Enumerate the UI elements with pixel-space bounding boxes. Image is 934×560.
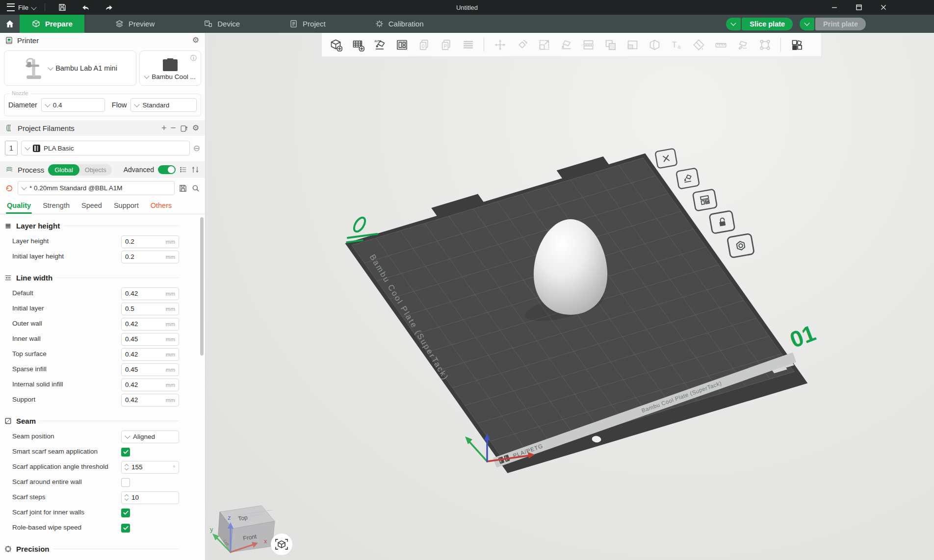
tab-strength[interactable]: Strength	[37, 202, 76, 214]
tab-project[interactable]: Project	[277, 15, 337, 33]
preview-layers-icon	[115, 19, 124, 28]
redo-button[interactable]	[101, 1, 118, 13]
file-menu[interactable]: File	[7, 3, 36, 11]
process-preset-select[interactable]: * 0.20mm Standard @BBL A1M	[18, 181, 175, 195]
undo-button[interactable]	[78, 1, 94, 13]
process-scope-toggle[interactable]: Global Objects	[48, 164, 112, 176]
save-button[interactable]	[54, 1, 71, 13]
setting-input-outer-wall[interactable]: 0.42mm	[121, 318, 179, 331]
assembly-button[interactable]	[787, 35, 806, 54]
setting-label: Layer height	[12, 236, 121, 247]
add-model-button[interactable]	[326, 35, 345, 54]
main-nav: PreparePreviewDeviceProjectCalibration S…	[0, 15, 934, 33]
info-icon[interactable]: ⓘ	[190, 54, 197, 63]
setting-checkbox-scarf-joint-for-inner-walls[interactable]	[121, 509, 130, 517]
compare-presets-icon[interactable]	[191, 166, 199, 174]
orientation-cube[interactable]: Top Front Left y z x	[210, 506, 275, 552]
reset-preset-icon[interactable]	[5, 184, 14, 193]
section-title: Layer height	[16, 222, 60, 230]
plate-settings-button[interactable]	[727, 233, 754, 258]
section-header-seam[interactable]: Seam	[4, 414, 179, 427]
ams-sync-icon[interactable]	[180, 124, 188, 132]
build-plate-scene[interactable]: PLA/PETG Bambu Cool Plate (SuperTack) Ba…	[206, 33, 934, 560]
filament-settings-gear-icon[interactable]: ⚙	[192, 124, 199, 132]
remove-filament-button[interactable]: −	[171, 123, 176, 133]
setting-input-top-surface[interactable]: 0.42mm	[121, 348, 179, 361]
flow-select[interactable]: Standard	[130, 98, 197, 112]
maximize-button[interactable]	[854, 2, 864, 13]
arrange-button[interactable]	[392, 35, 412, 54]
filament-select[interactable]: PLA Basic	[21, 141, 190, 155]
tab-speed[interactable]: Speed	[76, 202, 108, 214]
close-button[interactable]	[878, 2, 889, 13]
scope-global[interactable]: Global	[48, 164, 79, 176]
close-icon	[880, 4, 887, 11]
chevron-down-icon	[21, 184, 26, 190]
print-options-button[interactable]	[800, 18, 814, 30]
setting-checkbox-smart-scarf-seam-application[interactable]	[121, 448, 130, 457]
setting-label: Scarf steps	[12, 492, 121, 503]
setting-checkbox-role-based-wipe-speed[interactable]	[121, 524, 130, 533]
advanced-toggle[interactable]	[158, 165, 176, 174]
option-list-icon[interactable]	[180, 166, 187, 174]
tab-quality[interactable]: Quality	[1, 202, 37, 214]
setting-unit: mm	[166, 382, 175, 388]
tab-others[interactable]: Others	[145, 202, 178, 214]
tab-prepare[interactable]: Prepare	[20, 15, 84, 33]
nozzle-diameter-select[interactable]: 0.4	[41, 98, 105, 112]
filament-remove-circle-icon[interactable]: ⊖	[193, 143, 200, 153]
tab-calibration[interactable]: Calibration	[363, 15, 436, 33]
scrollbar-thumb[interactable]	[200, 217, 204, 356]
setting-spinner-scarf-application-angle-threshold[interactable]: 155°	[121, 461, 179, 474]
settings-list: Layer heightLayer height0.2mmInitial lay…	[0, 214, 205, 560]
setting-input-internal-solid-infill[interactable]: 0.42mm	[121, 379, 179, 391]
tab-device[interactable]: Device	[192, 15, 252, 33]
setting-value: 0.42	[125, 381, 164, 388]
slice-plate-button[interactable]: Slice plate	[742, 18, 793, 30]
setting-input-initial-layer-height[interactable]: 0.2mm	[121, 251, 179, 263]
tab-label: Calibration	[389, 20, 424, 28]
print-plate-button[interactable]: Print plate	[815, 18, 866, 30]
setting-input-sparse-infill[interactable]: 0.45mm	[121, 363, 179, 376]
minimize-button[interactable]	[829, 2, 840, 13]
printer-section-title: Printer	[17, 36, 39, 45]
search-settings-icon[interactable]	[191, 184, 200, 193]
delete-plate-button[interactable]	[655, 149, 677, 169]
setting-input-layer-height[interactable]: 0.2mm	[121, 235, 179, 248]
section-header-precision[interactable]: Precision	[4, 542, 179, 555]
copy-icon: 0	[417, 38, 431, 51]
auto-orient-plate-button[interactable]	[676, 168, 700, 189]
home-button[interactable]	[0, 15, 20, 33]
setting-unit: mm	[166, 367, 175, 373]
plate-type-card[interactable]: ⓘ Bambu Cool ...	[139, 51, 201, 86]
slice-options-button[interactable]	[726, 18, 741, 30]
setting-select-seam-position[interactable]: Aligned	[121, 431, 179, 443]
lock-plate-button[interactable]	[709, 210, 735, 233]
printer-select-card[interactable]: Bambu Lab A1 mini	[4, 51, 136, 86]
setting-input-inner-wall[interactable]: 0.45mm	[121, 333, 179, 346]
maximize-icon	[856, 4, 862, 11]
chevron-down-icon	[31, 4, 36, 10]
scope-objects[interactable]: Objects	[79, 166, 112, 174]
spinner-arrows-icon[interactable]	[125, 464, 128, 470]
mesh-boolean-icon	[648, 38, 661, 51]
auto-orient-button[interactable]: AUTO	[370, 35, 389, 54]
spinner-arrows-icon[interactable]	[125, 495, 128, 500]
arrange-plate-button[interactable]	[693, 189, 717, 211]
auto-orient-icon: AUTO	[373, 38, 387, 51]
setting-input-support[interactable]: 0.42mm	[121, 394, 179, 407]
settings-scrollbar[interactable]	[199, 214, 205, 560]
add-filament-button[interactable]: +	[161, 123, 167, 133]
setting-input-initial-layer[interactable]: 0.5mm	[121, 303, 179, 315]
printer-settings-gear-icon[interactable]: ⚙	[192, 36, 199, 44]
save-preset-icon[interactable]	[179, 184, 187, 193]
section-header-layer-height[interactable]: Layer height	[4, 219, 179, 232]
section-header-line-width[interactable]: Line width	[4, 271, 179, 284]
setting-checkbox-scarf-around-entire-wall[interactable]	[121, 478, 130, 487]
setting-input-default[interactable]: 0.42mm	[121, 287, 179, 300]
tab-preview[interactable]: Preview	[103, 15, 166, 33]
add-plate-button[interactable]	[348, 35, 367, 54]
tab-support[interactable]: Support	[108, 202, 145, 214]
viewport-snapshot-button[interactable]	[271, 534, 292, 555]
setting-spinner-scarf-steps[interactable]: 10	[121, 491, 179, 504]
